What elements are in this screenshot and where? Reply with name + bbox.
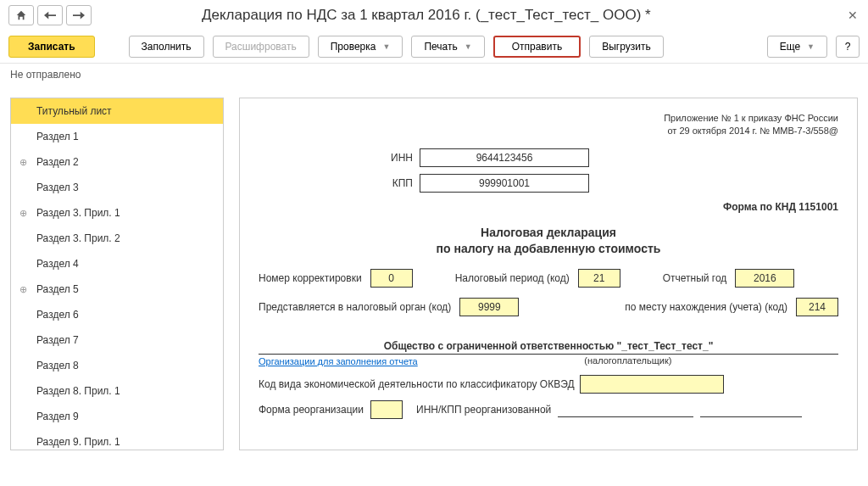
expand-icon[interactable]: ⊕ [19, 284, 27, 295]
sidebar-item-label: Титульный лист [36, 105, 112, 117]
inn-label: ИНН [259, 152, 420, 164]
chevron-down-icon: ▼ [807, 42, 815, 51]
help-button[interactable]: ? [836, 36, 860, 58]
sidebar-item[interactable]: Раздел 3 [11, 175, 223, 200]
reorg-kpp-field[interactable] [700, 402, 802, 417]
more-button[interactable]: Еще▼ [767, 36, 827, 58]
sidebar-item-label: Раздел 4 [36, 258, 79, 270]
kpp-label: КПП [259, 177, 420, 189]
sidebar-item[interactable]: ⊕Раздел 2 [11, 149, 223, 175]
location-label: по месту нахождения (учета) (код) [625, 301, 787, 313]
year-label: Отчетный год [663, 272, 727, 284]
reorg-inn-field[interactable] [558, 402, 693, 417]
sidebar-item[interactable]: Титульный лист [11, 98, 223, 124]
form-area: Приложение № 1 к приказу ФНС России от 2… [239, 98, 858, 450]
tax-org-field[interactable]: 9999 [459, 298, 519, 316]
export-button[interactable]: Выгрузить [589, 36, 664, 58]
sidebar-item[interactable]: Раздел 3. Прил. 2 [11, 226, 223, 251]
expand-icon[interactable]: ⊕ [19, 208, 27, 219]
kpp-field[interactable]: 999901001 [420, 174, 589, 193]
expand-icon[interactable]: ⊕ [19, 157, 27, 168]
sidebar-item-label: Раздел 6 [36, 309, 79, 321]
sidebar-item[interactable]: ⊕Раздел 3. Прил. 1 [11, 200, 223, 226]
tax-org-label: Представляется в налоговый орган (код) [259, 301, 451, 313]
taxpayer-sub: (налогоплательщик) [418, 355, 838, 366]
sidebar-item[interactable]: Раздел 1 [11, 124, 223, 149]
sidebar-item[interactable]: Раздел 4 [11, 251, 223, 277]
section-sidebar: Титульный листРаздел 1⊕Раздел 2Раздел 3⊕… [10, 98, 224, 450]
form-heading: Налоговая декларация по налогу на добавл… [259, 225, 838, 257]
okved-label: Код вида экономической деятельности по к… [259, 378, 575, 390]
sidebar-item-label: Раздел 7 [36, 334, 79, 346]
period-label: Налоговый период (код) [455, 272, 570, 284]
year-field[interactable]: 2016 [735, 269, 794, 288]
sidebar-item[interactable]: Раздел 9. Прил. 1 [11, 429, 223, 450]
form-code: Форма по КНД 1151001 [259, 201, 838, 213]
sidebar-item-label: Раздел 3 [36, 182, 79, 193]
check-button[interactable]: Проверка▼ [318, 36, 403, 58]
decode-button: Расшифровать [213, 36, 309, 58]
send-button[interactable]: Отправить [493, 36, 581, 58]
org-name: Общество с ограниченной ответственностью… [259, 340, 838, 355]
okved-field[interactable] [580, 375, 724, 394]
reorg-form-label: Форма реорганизации [259, 404, 364, 416]
sidebar-item[interactable]: ⊕Раздел 5 [11, 277, 223, 302]
sidebar-item[interactable]: Раздел 7 [11, 327, 223, 353]
sidebar-item-label: Раздел 3. Прил. 1 [36, 207, 120, 219]
save-button[interactable]: Записать [8, 36, 95, 58]
sidebar-item[interactable]: Раздел 8 [11, 353, 223, 378]
sidebar-item-label: Раздел 3. Прил. 2 [36, 232, 120, 244]
correction-label: Номер корректировки [259, 272, 362, 284]
location-field[interactable]: 214 [796, 298, 838, 316]
reorg-form-field[interactable] [370, 400, 403, 419]
sidebar-item-label: Раздел 1 [36, 131, 79, 142]
sidebar-item-label: Раздел 9 [36, 411, 79, 422]
inn-field[interactable]: 9644123456 [420, 148, 589, 167]
window-title: Декларация по НДС за 1 квартал 2016 г. (… [202, 7, 651, 24]
sidebar-item[interactable]: Раздел 8. Прил. 1 [11, 378, 223, 404]
status-text: Не отправлено [0, 64, 868, 86]
print-button[interactable]: Печать▼ [411, 36, 484, 58]
sidebar-item-label: Раздел 2 [36, 156, 79, 168]
org-link[interactable]: Организации для заполнения отчета [259, 356, 418, 366]
sidebar-item[interactable]: Раздел 6 [11, 302, 223, 327]
sidebar-item-label: Раздел 9. Прил. 1 [36, 436, 120, 448]
forward-button[interactable] [66, 5, 92, 25]
chevron-down-icon: ▼ [382, 42, 390, 51]
period-field[interactable]: 21 [578, 269, 620, 288]
sidebar-item-label: Раздел 8 [36, 360, 79, 371]
fill-button[interactable]: Заполнить [129, 36, 204, 58]
correction-field[interactable]: 0 [370, 269, 413, 288]
close-icon[interactable]: ✕ [848, 8, 858, 22]
back-button[interactable] [37, 5, 63, 25]
chevron-down-icon: ▼ [465, 42, 472, 51]
home-button[interactable] [8, 5, 34, 25]
sidebar-item-label: Раздел 5 [36, 283, 79, 295]
sidebar-item-label: Раздел 8. Прил. 1 [36, 385, 120, 397]
reorg-inn-label: ИНН/КПП реорганизованной [416, 404, 551, 416]
sidebar-item[interactable]: Раздел 9 [11, 404, 223, 429]
form-appendix-note: Приложение № 1 к приказу ФНС России от 2… [259, 112, 838, 138]
